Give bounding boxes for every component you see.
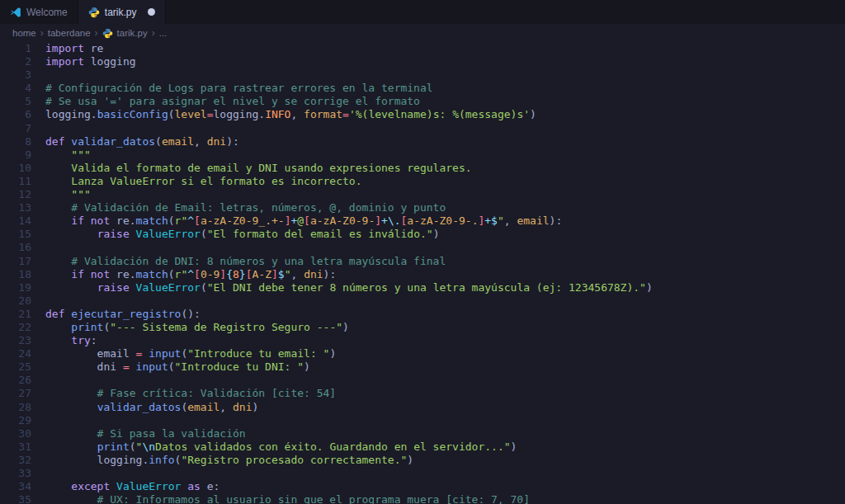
code-lines: 1import re2import logging34# Configuraci… xyxy=(0,42,845,504)
tab-welcome[interactable]: Welcome xyxy=(0,0,78,24)
code-line[interactable]: 24 email = input("Introduce tu email: ") xyxy=(0,347,845,360)
code-line[interactable]: 30 # Si pasa la validación xyxy=(0,427,845,440)
line-number: 30 xyxy=(0,427,31,440)
line-number: 33 xyxy=(0,467,31,480)
line-number: 7 xyxy=(0,122,31,135)
code-line[interactable]: 17 # Validación de DNI: 8 números y una … xyxy=(0,255,845,268)
line-number: 16 xyxy=(0,241,31,254)
code-line-text: def ejecutar_registro(): xyxy=(45,308,201,321)
code-line[interactable]: 6logging.basicConfig(level=logging.INFO,… xyxy=(0,108,845,121)
line-number: 19 xyxy=(0,281,31,294)
code-line[interactable]: 22 print("--- Sistema de Registro Seguro… xyxy=(0,321,845,334)
line-number: 13 xyxy=(0,201,31,214)
code-line[interactable]: 35 # UX: Informamos al usuario sin que e… xyxy=(0,493,845,504)
code-line-text: import re xyxy=(45,42,103,55)
code-line[interactable]: 16 xyxy=(0,241,845,254)
code-line-text: logging.info("Registro procesado correct… xyxy=(45,454,413,467)
code-line[interactable]: 21def ejecutar_registro(): xyxy=(0,308,845,321)
line-number: 1 xyxy=(0,42,31,55)
breadcrumb-item-symbol[interactable]: ... xyxy=(159,28,168,38)
code-line[interactable]: 12 """ xyxy=(0,188,845,201)
line-number: 21 xyxy=(0,308,31,321)
code-line[interactable]: 19 raise ValueError("El DNI debe tener 8… xyxy=(0,281,845,294)
vscode-window: Welcome tarik.py home › taberdane › tari… xyxy=(0,0,845,504)
line-number: 4 xyxy=(0,82,31,95)
line-number: 32 xyxy=(0,454,31,467)
chevron-right-icon: › xyxy=(40,27,44,39)
code-line-text: # UX: Informamos al usuario sin que el p… xyxy=(45,493,530,504)
code-line-text: Valida el formato de email y DNI usando … xyxy=(45,162,472,175)
line-number: 12 xyxy=(0,188,31,201)
code-line-text: email = input("Introduce tu email: ") xyxy=(45,347,336,360)
code-line-text: # Fase crítica: Validación [cite: 54] xyxy=(45,387,336,400)
code-editor[interactable]: 1import re2import logging34# Configuraci… xyxy=(0,42,845,504)
code-line[interactable]: 31 print("\nDatos validados con éxito. G… xyxy=(0,440,845,454)
code-line-text: def validar_datos(email, dni): xyxy=(45,135,239,148)
line-number: 9 xyxy=(0,148,31,162)
code-line[interactable]: 9 """ xyxy=(0,148,845,162)
code-line[interactable]: 26 xyxy=(0,374,845,387)
code-line-text: raise ValueError("El formato del email e… xyxy=(45,228,439,241)
code-line[interactable]: 5# Se usa '=' para asignar el nivel y se… xyxy=(0,95,845,108)
breadcrumb: home › taberdane › tarik.py › ... xyxy=(0,24,845,42)
code-line-text: validar_datos(email, dni) xyxy=(45,401,258,414)
code-line[interactable]: 14 if not re.match(r"^[a-zA-Z0-9_.+-]+@[… xyxy=(0,214,845,228)
code-line-text: raise ValueError("El DNI debe tener 8 nú… xyxy=(45,281,653,294)
code-line[interactable]: 4# Configuración de Logs para rastrear e… xyxy=(0,82,845,95)
python-icon xyxy=(88,7,100,18)
line-number: 34 xyxy=(0,480,31,493)
line-number: 26 xyxy=(0,374,31,387)
line-number: 2 xyxy=(0,55,31,68)
code-line[interactable]: 3 xyxy=(0,68,845,82)
line-number: 17 xyxy=(0,255,31,268)
code-line-text: """ xyxy=(45,188,91,201)
modified-dot-icon[interactable] xyxy=(148,8,155,16)
code-line[interactable]: 29 xyxy=(0,414,845,427)
code-line-text: # Validación de Email: letras, números, … xyxy=(45,201,446,214)
breadcrumb-item-taberdane[interactable]: taberdane xyxy=(48,28,91,38)
code-line-text: if not re.match(r"^[a-zA-Z0-9_.+-]+@[a-z… xyxy=(45,214,562,228)
tab-tarik-py[interactable]: tarik.py xyxy=(78,0,167,24)
code-line[interactable]: 27 # Fase crítica: Validación [cite: 54] xyxy=(0,387,845,400)
line-number: 20 xyxy=(0,294,31,308)
code-line-text: # Configuración de Logs para rastrear er… xyxy=(45,82,433,95)
code-line[interactable]: 20 xyxy=(0,294,845,308)
line-number: 15 xyxy=(0,228,31,241)
line-number: 31 xyxy=(0,440,31,454)
code-line-text: """ xyxy=(45,148,91,162)
code-line[interactable]: 23 try: xyxy=(0,334,845,347)
code-line[interactable]: 13 # Validación de Email: letras, número… xyxy=(0,201,845,214)
code-line-text: Lanza ValueError si el formato es incorr… xyxy=(45,175,362,188)
python-icon xyxy=(102,28,113,39)
code-line[interactable]: 2import logging xyxy=(0,55,845,68)
tab-label: Welcome xyxy=(26,7,68,18)
code-line-text: try: xyxy=(45,334,97,347)
breadcrumb-item-file[interactable]: tarik.py xyxy=(117,28,148,38)
line-number: 5 xyxy=(0,95,31,108)
code-line-text: dni = input("Introduce tu DNI: ") xyxy=(45,360,310,374)
code-line[interactable]: 32 logging.info("Registro procesado corr… xyxy=(0,454,845,467)
line-number: 22 xyxy=(0,321,31,334)
code-line[interactable]: 28 validar_datos(email, dni) xyxy=(0,401,845,414)
code-line[interactable]: 25 dni = input("Introduce tu DNI: ") xyxy=(0,360,845,374)
vscode-logo-icon xyxy=(10,7,21,18)
line-number: 23 xyxy=(0,334,31,347)
code-line[interactable]: 1import re xyxy=(0,42,845,55)
code-line[interactable]: 33 xyxy=(0,467,845,480)
code-line-text: # Validación de DNI: 8 números y una let… xyxy=(45,255,446,268)
line-number: 25 xyxy=(0,360,31,374)
code-line[interactable]: 18 if not re.match(r"^[0-9]{8}[A-Z]$", d… xyxy=(0,268,845,281)
code-line[interactable]: 34 except ValueError as e: xyxy=(0,480,845,493)
code-line-text: print("\nDatos validados con éxito. Guar… xyxy=(45,440,517,454)
code-line-text: if not re.match(r"^[0-9]{8}[A-Z]$", dni)… xyxy=(45,268,336,281)
line-number: 14 xyxy=(0,214,31,228)
code-line[interactable]: 11 Lanza ValueError si el formato es inc… xyxy=(0,175,845,188)
code-line[interactable]: 10 Valida el formato de email y DNI usan… xyxy=(0,162,845,175)
code-line[interactable]: 7 xyxy=(0,122,845,135)
code-line[interactable]: 15 raise ValueError("El formato del emai… xyxy=(0,228,845,241)
code-line-text: logging.basicConfig(level=logging.INFO, … xyxy=(45,108,536,121)
code-line[interactable]: 8def validar_datos(email, dni): xyxy=(0,135,845,148)
breadcrumb-item-home[interactable]: home xyxy=(12,28,36,38)
line-number: 35 xyxy=(0,493,31,504)
line-number: 24 xyxy=(0,347,31,360)
